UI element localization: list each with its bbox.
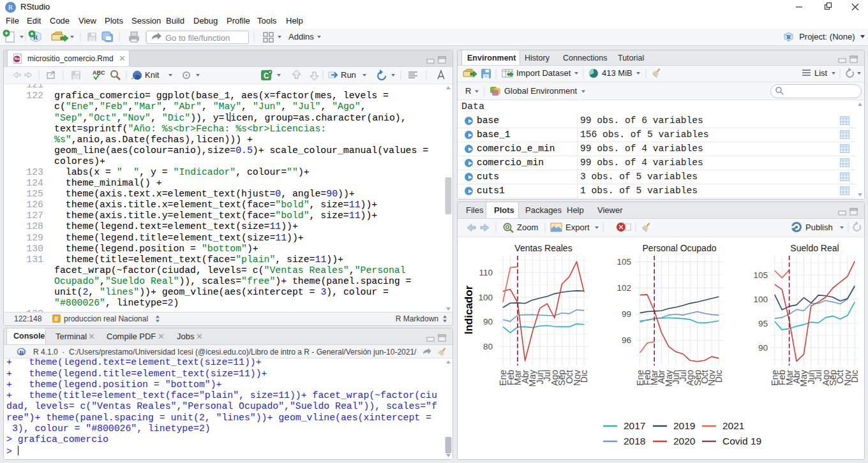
svg-text:105: 105 <box>753 270 768 280</box>
svg-text:List: List <box>814 68 828 78</box>
svg-text:Addins: Addins <box>288 32 314 41</box>
svg-text:Zoom: Zoom <box>517 223 538 232</box>
svg-text:90: 90 <box>483 317 493 327</box>
svg-text:Indicador: Indicador <box>463 285 475 334</box>
svg-text:100: 100 <box>753 295 768 304</box>
svg-text:#: # <box>54 315 58 323</box>
svg-text:Dic: Dic <box>579 370 589 383</box>
svg-text:R: R <box>20 349 24 356</box>
svg-text:110: 110 <box>479 268 493 277</box>
svg-text:2021: 2021 <box>722 420 744 431</box>
svg-text:80: 80 <box>483 342 493 351</box>
svg-text:Dic: Dic <box>849 370 860 383</box>
svg-text:2019: 2019 <box>673 420 695 431</box>
svg-text:Personal Ocupado: Personal Ocupado <box>643 243 717 253</box>
svg-text:Ventas Reales: Ventas Reales <box>514 243 572 253</box>
svg-text:102: 102 <box>617 283 631 293</box>
svg-text:95: 95 <box>758 319 768 328</box>
svg-text:2020: 2020 <box>673 436 696 446</box>
svg-text:105: 105 <box>617 257 631 267</box>
svg-text:Knit: Knit <box>145 70 160 80</box>
svg-text:100: 100 <box>478 293 493 302</box>
svg-text:Dic: Dic <box>714 370 724 383</box>
svg-text:96: 96 <box>622 335 631 345</box>
svg-text:99: 99 <box>622 309 631 319</box>
svg-text:Covid 19: Covid 19 <box>722 436 761 446</box>
svg-text:Rmd: Rmd <box>15 57 22 61</box>
svg-text:2018: 2018 <box>624 436 645 446</box>
svg-text:Run: Run <box>341 70 356 80</box>
svg-text:Publish: Publish <box>805 223 833 232</box>
svg-text:R: R <box>786 34 791 40</box>
svg-text:Import Dataset: Import Dataset <box>516 68 571 78</box>
svg-text:Sueldo Real: Sueldo Real <box>790 243 839 253</box>
svg-text:90: 90 <box>758 343 768 353</box>
svg-text:Export: Export <box>565 223 590 232</box>
svg-text:2017: 2017 <box>624 420 645 431</box>
svg-text:413 MiB: 413 MiB <box>602 68 632 78</box>
